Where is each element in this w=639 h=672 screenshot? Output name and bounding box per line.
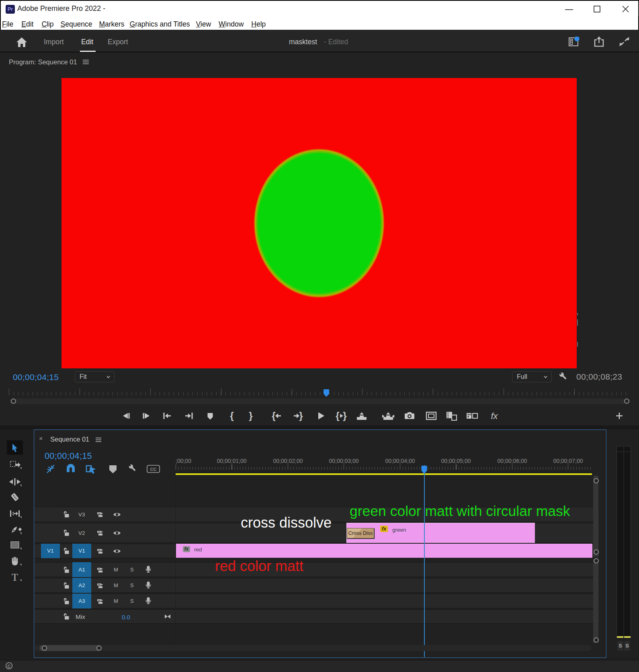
svg-text:{: { xyxy=(336,410,339,421)
svg-text:}: } xyxy=(249,410,252,421)
svg-text:T: T xyxy=(12,571,18,583)
svg-text:fx: fx xyxy=(491,411,498,421)
svg-text:{: { xyxy=(272,410,275,421)
svg-text:}: } xyxy=(343,410,346,421)
svg-text:{: { xyxy=(230,410,233,421)
svg-text:}: } xyxy=(299,410,303,421)
